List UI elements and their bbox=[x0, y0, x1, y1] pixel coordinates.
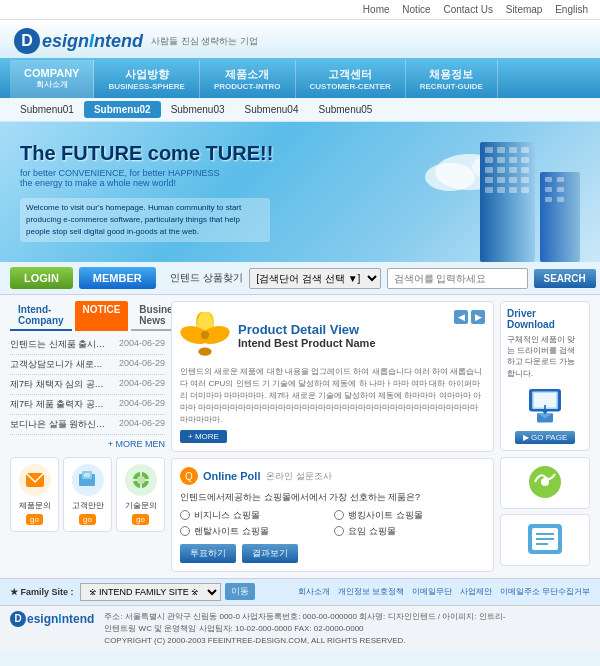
nav-products[interactable]: 제품소개 PRODUCT-INTRO bbox=[200, 60, 296, 98]
submenu-02[interactable]: Submenu02 bbox=[84, 101, 161, 118]
svg-rect-18 bbox=[509, 177, 517, 183]
footer-logo-icon: D bbox=[10, 611, 26, 627]
logo: D esignIntend bbox=[14, 28, 143, 54]
svg-rect-34 bbox=[84, 473, 90, 477]
poll-section: Q Online Poll 온라인 설문조사 인텐드에서제공하는 쇼핑몰에서에서… bbox=[171, 458, 494, 572]
svg-rect-22 bbox=[509, 187, 517, 193]
nav-notice[interactable]: Notice bbox=[402, 4, 430, 15]
svg-rect-24 bbox=[540, 172, 580, 262]
nav-english[interactable]: English bbox=[555, 4, 588, 15]
tech-go-btn[interactable]: go bbox=[132, 514, 149, 525]
main-content: Intend-Company NOTICE Business News 인텐드는… bbox=[0, 295, 600, 578]
product-prev-btn[interactable]: ◀ bbox=[454, 310, 468, 324]
svg-rect-7 bbox=[521, 147, 529, 153]
icon-label-product: 제품문의 bbox=[14, 500, 55, 511]
poll-header: Q Online Poll 온라인 설문조사 bbox=[180, 467, 485, 485]
submenu-03[interactable]: Submenu03 bbox=[161, 101, 235, 118]
product-nav-arrows: ◀ ▶ bbox=[454, 310, 485, 324]
poll-option-3[interactable]: 렌탈사이트 쇼핑몰 bbox=[180, 525, 331, 538]
footer-family-bar: ★ Family Site : ※ INTEND FAMILY SITE ※ 이… bbox=[0, 578, 600, 605]
svg-point-56 bbox=[541, 478, 549, 486]
right-column: Driver Download 구체적인 세품이 맞는 드라이버를 검색하고 다… bbox=[500, 301, 590, 572]
poll-radio-2[interactable] bbox=[334, 510, 344, 520]
footer-link-email[interactable]: 이메일무단 bbox=[412, 586, 452, 597]
middle-column: Product Detail View Intend Best Product … bbox=[171, 301, 494, 572]
product-inquiry-go-btn[interactable]: go bbox=[26, 514, 43, 525]
list-item[interactable]: 고객상담모니가 새로운게 태어납니다! 2004-06-29 bbox=[10, 355, 165, 375]
svg-rect-9 bbox=[497, 157, 505, 163]
list-item[interactable]: 보디나은 살플 원하신다면 이러한 제품... 2004-06-29 bbox=[10, 415, 165, 435]
header: D esignIntend 사람들 진심 생략하는 기업 bbox=[0, 20, 600, 60]
nav-recruit[interactable]: 채용정보 RECRUIT·GUIDE bbox=[406, 60, 498, 98]
customer-go-btn[interactable]: go bbox=[79, 514, 96, 525]
tab-notice[interactable]: NOTICE bbox=[75, 301, 129, 331]
icon-label-tech: 기술문의 bbox=[120, 500, 161, 511]
icon-customer: 고객만만 go bbox=[63, 457, 112, 532]
member-button[interactable]: MEMBER bbox=[79, 267, 156, 289]
nav-contact[interactable]: Contact Us bbox=[443, 4, 492, 15]
footer-link-biz[interactable]: 사업제안 bbox=[460, 586, 492, 597]
poll-option-4[interactable]: 요임 쇼핑몰 bbox=[334, 525, 485, 538]
header-tagline: 사람들 진심 생략하는 기업 bbox=[151, 35, 258, 48]
poll-result-btn[interactable]: 결과보기 bbox=[242, 544, 298, 563]
family-site-select[interactable]: ※ INTEND FAMILY SITE ※ bbox=[80, 583, 221, 601]
submenu-04[interactable]: Submenu04 bbox=[235, 101, 309, 118]
submenu: Submenu01 Submenu02 Submenu03 Submenu04 … bbox=[0, 98, 600, 122]
search-button[interactable]: SEARCH bbox=[534, 269, 596, 288]
svg-point-47 bbox=[201, 331, 209, 339]
driver-go-btn[interactable]: ▶ GO PAGE bbox=[515, 431, 576, 444]
poll-vote-btn[interactable]: 투표하기 bbox=[180, 544, 236, 563]
svg-rect-17 bbox=[497, 177, 505, 183]
product-more-btn[interactable]: + MORE bbox=[180, 430, 227, 443]
svg-rect-20 bbox=[485, 187, 493, 193]
nav-home[interactable]: Home bbox=[363, 4, 390, 15]
login-button[interactable]: LOGIN bbox=[10, 267, 73, 289]
submenu-01[interactable]: Submenu01 bbox=[10, 101, 84, 118]
list-item[interactable]: 인텐드는 신제품 출시가임으로 알림원... 2004-06-29 bbox=[10, 335, 165, 355]
submenu-05[interactable]: Submenu05 bbox=[309, 101, 383, 118]
footer-link-privacy[interactable]: 개인정보 보호정책 bbox=[338, 586, 404, 597]
list-item[interactable]: 제7타 채택자 심의 공개 제공요... 2004-06-29 bbox=[10, 375, 165, 395]
tab-intend[interactable]: Intend-Company bbox=[10, 301, 72, 331]
footer-link-nospam[interactable]: 이메일주소 무단수집거부 bbox=[500, 586, 590, 597]
footer-bottom: D esignIntend 주소: 서울특별시 관악구 신림동 000-0 사업… bbox=[0, 605, 600, 652]
right-icon-list bbox=[500, 457, 590, 566]
svg-rect-12 bbox=[485, 167, 493, 173]
poll-option-2[interactable]: 뱅킹사이트 쇼핑몰 bbox=[334, 509, 485, 522]
product-title-block: Product Detail View Intend Best Product … bbox=[238, 322, 376, 349]
footer-link-about[interactable]: 회사소개 bbox=[298, 586, 330, 597]
poll-radio-1[interactable] bbox=[180, 510, 190, 520]
customer-icon bbox=[72, 464, 104, 496]
logo-text: esignIntend bbox=[42, 31, 143, 52]
icon-label-customer: 고객만만 bbox=[67, 500, 108, 511]
poll-option-1[interactable]: 비지니스 쇼핑몰 bbox=[180, 509, 331, 522]
nav-company[interactable]: COMPANY 회사소개 bbox=[10, 60, 94, 98]
family-label: ★ Family Site : bbox=[10, 587, 74, 597]
tech-icon bbox=[125, 464, 157, 496]
poll-radio-4[interactable] bbox=[334, 526, 344, 536]
poll-icon: Q bbox=[180, 467, 198, 485]
driver-title: Driver Download bbox=[507, 308, 583, 330]
search-input[interactable] bbox=[387, 268, 528, 289]
svg-rect-23 bbox=[521, 187, 529, 193]
nav-customer[interactable]: 고객센터 CUSTOMER-CENTER bbox=[296, 60, 406, 98]
nav-sitemap[interactable]: Sitemap bbox=[506, 4, 543, 15]
family-go-btn[interactable]: 이동 bbox=[225, 583, 255, 600]
news-list: 인텐드는 신제품 출시가임으로 알림원... 2004-06-29 고객상담모니… bbox=[10, 335, 165, 435]
poll-radio-3[interactable] bbox=[180, 526, 190, 536]
search-label: 인텐드 상품찾기 bbox=[170, 271, 243, 285]
poll-options: 비지니스 쇼핑몰 뱅킹사이트 쇼핑몰 렌탈사이트 쇼핑몰 요임 쇼핑몰 bbox=[180, 509, 485, 538]
footer-links: 회사소개 개인정보 보호정책 이메일무단 사업제안 이메일주소 무단수집거부 bbox=[298, 586, 590, 597]
svg-rect-8 bbox=[485, 157, 493, 163]
list-item[interactable]: 제7타 제품 출력자 공개 요집 2004-06-29 bbox=[10, 395, 165, 415]
product-next-btn[interactable]: ▶ bbox=[471, 310, 485, 324]
svg-rect-29 bbox=[545, 197, 552, 202]
search-category-select[interactable]: [검색단어 검색 선택 ▼] bbox=[249, 268, 381, 289]
svg-rect-14 bbox=[509, 167, 517, 173]
poll-subtitle: 온라인 설문조사 bbox=[266, 470, 332, 483]
news-more-link[interactable]: + MORE MEN bbox=[10, 439, 165, 449]
footer-copyright: COPYRIGHT (C) 2000-2003 FEEINTREE-DESIGN… bbox=[104, 635, 505, 647]
nav-business[interactable]: 사업방향 BUSINESS-SPHERE bbox=[94, 60, 199, 98]
svg-rect-28 bbox=[557, 187, 564, 192]
svg-point-1 bbox=[425, 163, 475, 191]
